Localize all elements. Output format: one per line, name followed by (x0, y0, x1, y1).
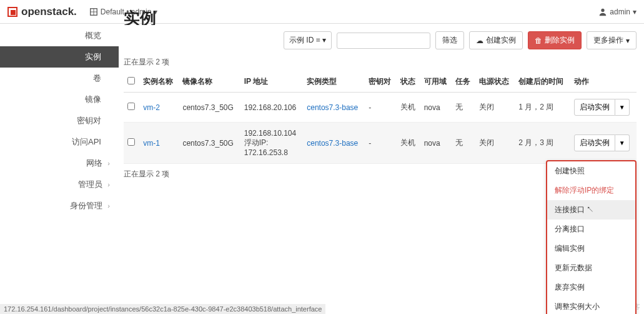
cell-power: 关闭 (475, 123, 515, 164)
dropdown-item[interactable]: 编辑实例 (547, 239, 635, 258)
instances-table: 实例名称 镜像名称 IP 地址 实例类型 密钥对 状态 可用域 任务 电源状态 … (124, 71, 637, 164)
dropdown-item[interactable]: 调整实例大小 (547, 297, 635, 314)
more-actions-button[interactable]: 更多操作 ▾ (587, 31, 637, 49)
col-power[interactable]: 电源状态 (475, 71, 515, 93)
cell-power: 关闭 (475, 93, 515, 123)
table-row: vm-2centos7.3_50G192.168.20.106centos7.3… (124, 93, 637, 123)
sidebar-item-images[interactable]: 镜像 (0, 89, 119, 110)
dropdown-item[interactable]: 解除浮动IP的绑定 (547, 181, 635, 200)
delete-instance-button[interactable]: 🗑删除实例 (528, 31, 582, 49)
row-action-caret[interactable]: ▼ (615, 99, 630, 116)
col-status[interactable]: 状态 (397, 71, 420, 93)
dropdown-item[interactable]: 创建快照 (547, 161, 635, 181)
toolbar: 示例 ID = ▾ 筛选 ☁创建实例 🗑删除实例 更多操作 ▾ (124, 31, 637, 49)
openstack-icon (7, 7, 17, 17)
page-title: 实例 (124, 8, 637, 25)
col-image[interactable]: 镜像名称 (179, 71, 240, 93)
sidebar: 概览 实例 卷 镜像 密钥对 访问API 网络› 管理员› 身份管理› (0, 24, 119, 314)
cell-ip: 192.168.20.106 (240, 93, 303, 123)
table-row: vm-1centos7.3_50G192.168.10.104 浮动IP: 17… (124, 123, 637, 164)
cloud-up-icon: ☁ (476, 36, 483, 45)
filter-input[interactable] (337, 33, 430, 49)
cell-age: 1 月，2 周 (515, 93, 570, 123)
sidebar-item-keypairs[interactable]: 密钥对 (0, 110, 119, 131)
cell-status: 关机 (397, 123, 420, 164)
row-checkbox[interactable] (127, 103, 135, 110)
col-actions: 动作 (570, 71, 637, 93)
status-bar: 172.16.254.161/dashboard/project/instanc… (0, 304, 325, 314)
instance-name-link[interactable]: vm-1 (143, 139, 160, 148)
dropdown-item[interactable]: 更新元数据 (547, 258, 635, 278)
cell-az: nova (420, 123, 452, 164)
cell-status: 关机 (397, 93, 420, 123)
col-name[interactable]: 实例名称 (139, 71, 179, 93)
sidebar-group-admin[interactable]: 管理员› (0, 174, 119, 195)
col-age[interactable]: 创建后的时间 (515, 71, 570, 93)
sidebar-group-network[interactable]: 网络› (0, 153, 119, 174)
instance-name-link[interactable]: vm-2 (143, 103, 160, 112)
dropdown-item[interactable]: 废弃实例 (547, 278, 635, 297)
cell-keypair: - (365, 123, 397, 164)
main-content: 实例 示例 ID = ▾ 筛选 ☁创建实例 🗑删除实例 更多操作 ▾ 正在显示 … (119, 24, 644, 314)
col-keypair[interactable]: 密钥对 (365, 71, 397, 93)
row-action-button[interactable]: 启动实例 (574, 99, 615, 116)
cell-image: centos7.3_50G (179, 123, 240, 164)
table-header-row: 实例名称 镜像名称 IP 地址 实例类型 密钥对 状态 可用域 任务 电源状态 … (124, 71, 637, 93)
filter-button[interactable]: 筛选 (435, 31, 464, 49)
chevron-right-icon: › (107, 202, 110, 210)
cell-task: 无 (452, 123, 475, 164)
col-az[interactable]: 可用域 (420, 71, 452, 93)
col-ip[interactable]: IP 地址 (240, 71, 303, 93)
sidebar-group-identity[interactable]: 身份管理› (0, 195, 119, 216)
cell-task: 无 (452, 93, 475, 123)
cell-image: centos7.3_50G (179, 93, 240, 123)
col-task[interactable]: 任务 (452, 71, 475, 93)
trash-icon: 🗑 (535, 36, 542, 45)
flavor-link[interactable]: centos7.3-base (307, 103, 358, 112)
row-checkbox[interactable] (127, 138, 135, 146)
cell-az: nova (420, 93, 452, 123)
sidebar-item-api[interactable]: 访问API (0, 131, 119, 153)
cell-age: 2 月，3 周 (515, 123, 570, 164)
cell-keypair: - (365, 93, 397, 123)
row-action-button[interactable]: 启动实例 (574, 134, 615, 151)
filter-field-selector[interactable]: 示例 ID = ▾ (284, 31, 332, 49)
chevron-right-icon: › (107, 160, 110, 167)
dropdown-item[interactable]: 分离接口 (547, 220, 635, 239)
row-count-top: 正在显示 2 项 (124, 57, 637, 68)
select-all-checkbox[interactable] (127, 77, 135, 84)
sidebar-item-instances[interactable]: 实例 (0, 46, 119, 68)
chevron-right-icon: › (107, 181, 110, 188)
row-action-caret[interactable]: ▼ (615, 134, 630, 151)
cell-ip: 192.168.10.104 浮动IP: 172.16.253.8 (240, 123, 303, 164)
row-actions-dropdown: 创建快照解除浮动IP的绑定连接接口 ↖分离接口编辑实例更新元数据废弃实例调整实例… (546, 160, 637, 314)
dropdown-item[interactable]: 连接接口 ↖ (547, 200, 635, 220)
sidebar-item-volumes[interactable]: 卷 (0, 68, 119, 89)
domain-icon (89, 8, 98, 16)
col-flavor[interactable]: 实例类型 (303, 71, 365, 93)
sidebar-item-overview[interactable]: 概览 (0, 25, 119, 46)
logo: openstack. (7, 6, 77, 18)
create-instance-button[interactable]: ☁创建实例 (469, 31, 523, 49)
brand-text: openstack. (21, 6, 77, 18)
flavor-link[interactable]: centos7.3-base (307, 139, 358, 148)
cursor-icon: ↖ (587, 205, 594, 214)
